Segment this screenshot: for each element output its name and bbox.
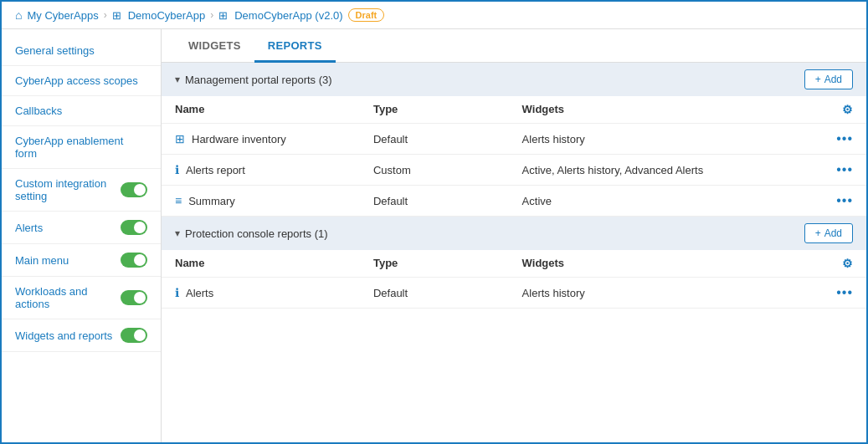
row-type-hardware: Default [373, 133, 522, 145]
breadcrumb-app-label: DemoCyberApp [128, 9, 206, 22]
add-management-label: Add [824, 74, 842, 85]
section-protection-header: ▾ Protection console reports (1) + Add [162, 217, 866, 250]
add-icon-1: + [815, 74, 821, 85]
section-management-title: Management portal reports (3) [185, 74, 332, 86]
sidebar: General settings CyberApp access scopes … [2, 29, 162, 442]
info-icon-row-4: ℹ [175, 286, 179, 299]
table-row: ℹ Alerts report Custom Active, Alerts hi… [162, 155, 866, 186]
sidebar-enablement-form-label: CyberApp enablement form [15, 135, 147, 160]
content-area: WIDGETS REPORTS ▾ Management portal repo… [162, 29, 866, 442]
management-table-header: Name Type Widgets ⚙ [162, 96, 866, 124]
breadcrumb-home[interactable]: ⌂ My CyberApps [15, 8, 99, 22]
row-name-alerts-report: ℹ Alerts report [175, 163, 373, 176]
gear-icon-2[interactable]: ⚙ [819, 257, 853, 270]
grid-icon-row-1: ⊞ [175, 132, 185, 145]
tab-reports[interactable]: REPORTS [254, 29, 336, 63]
row-type-alerts-report: Custom [373, 164, 522, 176]
sidebar-item-widgets-reports[interactable]: Widgets and reports [2, 319, 161, 352]
col-type-1: Type [373, 103, 522, 116]
main-menu-toggle[interactable] [121, 253, 147, 268]
header: ⌂ My CyberApps › ⊞ DemoCyberApp › ⊞ Demo… [2, 2, 866, 29]
row-menu-summary[interactable]: ••• [819, 193, 853, 208]
col-type-2: Type [373, 257, 522, 270]
row-name-alerts: ℹ Alerts [175, 286, 373, 299]
row-widgets-alerts: Alerts history [522, 287, 819, 299]
row-widgets-hardware: Alerts history [522, 133, 819, 145]
chevron-down-icon-1[interactable]: ▾ [175, 74, 180, 85]
breadcrumb-version[interactable]: ⊞ DemoCyberApp (v2.0) [218, 9, 342, 22]
sidebar-item-general-settings[interactable]: General settings [2, 36, 161, 66]
protection-table-header: Name Type Widgets ⚙ [162, 250, 866, 278]
custom-integration-toggle[interactable] [121, 182, 147, 197]
sidebar-widgets-reports-label: Widgets and reports [15, 329, 112, 342]
sidebar-access-scopes-label: CyberApp access scopes [15, 74, 138, 87]
table-row: ⊞ Hardware inventory Default Alerts hist… [162, 124, 866, 155]
row-type-summary: Default [373, 195, 522, 207]
row-name-label-alerts: Alerts [186, 287, 213, 299]
add-protection-label: Add [824, 227, 842, 239]
row-widgets-summary: Active [522, 195, 819, 207]
row-menu-hardware[interactable]: ••• [819, 131, 853, 146]
breadcrumb-sep-2: › [210, 9, 213, 21]
main-layout: General settings CyberApp access scopes … [2, 29, 866, 442]
sidebar-item-main-menu[interactable]: Main menu [2, 244, 161, 277]
col-name-2: Name [175, 257, 373, 270]
sidebar-custom-integration-label: Custom integration setting [15, 177, 121, 202]
doc-icon-row-3: ≡ [175, 194, 182, 207]
section-management-header: ▾ Management portal reports (3) + Add [162, 63, 866, 96]
table-row: ℹ Alerts Default Alerts history ••• [162, 278, 866, 309]
sidebar-workloads-label: Workloads and actions [15, 285, 121, 310]
row-menu-alerts[interactable]: ••• [819, 285, 853, 300]
tab-widgets[interactable]: WIDGETS [175, 29, 254, 63]
sidebar-callbacks-label: Callbacks [15, 105, 62, 117]
section-protection-title: Protection console reports (1) [185, 227, 328, 240]
row-name-label-hardware: Hardware inventory [192, 133, 286, 145]
row-name-hardware: ⊞ Hardware inventory [175, 132, 373, 145]
section-management-title-group: ▾ Management portal reports (3) [175, 74, 332, 86]
col-name-1: Name [175, 103, 373, 116]
workloads-toggle[interactable] [121, 290, 147, 305]
sidebar-item-workloads[interactable]: Workloads and actions [2, 277, 161, 319]
chevron-down-icon-2[interactable]: ▾ [175, 227, 180, 239]
breadcrumb-app[interactable]: ⊞ DemoCyberApp [112, 9, 206, 22]
alerts-toggle[interactable] [121, 220, 147, 235]
draft-badge: Draft [348, 8, 385, 22]
row-type-alerts: Default [373, 287, 522, 299]
row-name-label-summary: Summary [188, 195, 235, 207]
add-icon-2: + [815, 227, 821, 239]
row-menu-alerts-report[interactable]: ••• [819, 162, 853, 177]
table-row: ≡ Summary Default Active ••• [162, 186, 866, 217]
info-icon-row-2: ℹ [175, 163, 179, 176]
section-protection: ▾ Protection console reports (1) + Add N… [162, 217, 866, 309]
col-widgets-2: Widgets [522, 257, 819, 270]
breadcrumb-sep-1: › [104, 9, 107, 21]
add-management-button[interactable]: + Add [804, 69, 853, 89]
row-name-summary: ≡ Summary [175, 194, 373, 207]
sidebar-general-settings-label: General settings [15, 44, 95, 57]
home-icon: ⌂ [15, 8, 22, 22]
sidebar-item-alerts[interactable]: Alerts [2, 212, 161, 244]
col-widgets-1: Widgets [522, 103, 819, 116]
row-widgets-alerts-report: Active, Alerts history, Advanced Alerts [522, 164, 819, 176]
sidebar-item-custom-integration[interactable]: Custom integration setting [2, 169, 161, 212]
section-management: ▾ Management portal reports (3) + Add Na… [162, 63, 866, 217]
app-container: ⌂ My CyberApps › ⊞ DemoCyberApp › ⊞ Demo… [0, 0, 868, 444]
sidebar-main-menu-label: Main menu [15, 254, 69, 267]
widgets-reports-toggle[interactable] [121, 328, 147, 343]
breadcrumb-version-label: DemoCyberApp (v2.0) [234, 9, 342, 22]
add-protection-button[interactable]: + Add [804, 223, 853, 243]
grid-icon-2: ⊞ [218, 9, 228, 22]
tab-bar: WIDGETS REPORTS [162, 29, 866, 63]
sidebar-item-callbacks[interactable]: Callbacks [2, 96, 161, 126]
grid-icon-1: ⊞ [112, 9, 121, 22]
gear-icon-1[interactable]: ⚙ [819, 103, 853, 116]
sidebar-item-access-scopes[interactable]: CyberApp access scopes [2, 66, 161, 96]
sidebar-item-enablement-form[interactable]: CyberApp enablement form [2, 126, 161, 169]
breadcrumb-home-label: My CyberApps [27, 9, 98, 22]
section-protection-title-group: ▾ Protection console reports (1) [175, 227, 328, 240]
row-name-label-alerts-report: Alerts report [186, 164, 245, 176]
sidebar-alerts-label: Alerts [15, 222, 43, 234]
